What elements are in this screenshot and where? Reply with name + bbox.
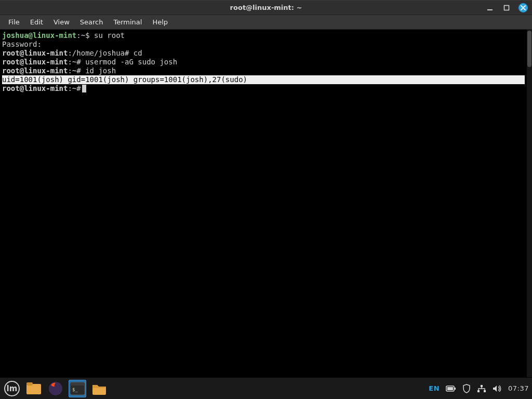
scrollbar-thumb[interactable] (527, 31, 531, 67)
folder-icon (91, 382, 107, 395)
terminal-window: root@linux-mint: ~ File Edit View Search… (0, 0, 532, 377)
scrollbar[interactable] (527, 30, 532, 377)
window-controls (485, 3, 532, 12)
show-files-button[interactable] (25, 380, 43, 397)
menu-terminal[interactable]: Terminal (108, 16, 147, 28)
terminal-line: uid=1001(josh) gid=1001(josh) groups=100… (2, 75, 525, 84)
svg-rect-13 (484, 390, 486, 392)
window-title: root@linux-mint: ~ (0, 4, 532, 11)
menubar: File Edit View Search Terminal Help (0, 15, 532, 30)
terminal-line: joshua@linux-mint:~$ su root (2, 31, 525, 40)
firefox-icon (48, 381, 63, 396)
terminal-output[interactable]: joshua@linux-mint:~$ su rootPassword:roo… (0, 30, 527, 377)
keyboard-layout-indicator[interactable]: EN (429, 384, 440, 392)
menu-edit[interactable]: Edit (25, 16, 48, 28)
svg-rect-10 (447, 387, 453, 390)
close-button[interactable] (518, 3, 528, 12)
maximize-button[interactable] (502, 3, 511, 12)
volume-indicator[interactable] (493, 384, 502, 393)
menu-view[interactable]: View (48, 16, 75, 28)
terminal-line: Password: (2, 40, 525, 49)
files-icon (26, 382, 42, 395)
terminal-line: root@linux-mint:~# id josh (2, 66, 525, 75)
svg-point-4 (49, 382, 62, 395)
taskbar-right: EN 07:37 (429, 384, 529, 393)
terminal-task-button[interactable]: $_ (69, 380, 86, 397)
terminal-line: root@linux-mint:~# usermod -aG sudo josh (2, 58, 525, 66)
svg-rect-0 (487, 9, 493, 10)
terminal-line: root@linux-mint:~# (2, 84, 525, 93)
svg-text:$_: $_ (72, 387, 78, 392)
firefox-button[interactable] (47, 380, 64, 397)
taskbar-left: lm $_ (3, 380, 108, 397)
terminal-area: joshua@linux-mint:~$ su rootPassword:roo… (0, 30, 532, 377)
mint-menu-icon: lm (4, 381, 20, 396)
shield-icon (462, 384, 471, 393)
volume-icon (493, 384, 502, 393)
svg-rect-11 (481, 385, 483, 387)
titlebar[interactable]: root@linux-mint: ~ (0, 1, 532, 15)
battery-indicator[interactable] (446, 385, 456, 392)
menu-search[interactable]: Search (75, 16, 109, 28)
network-icon (477, 384, 486, 393)
terminal-cursor (82, 85, 86, 92)
network-indicator[interactable] (477, 384, 486, 393)
taskbar: lm $_ (0, 377, 532, 399)
menu-help[interactable]: Help (147, 16, 173, 28)
menu-file[interactable]: File (3, 16, 25, 28)
svg-rect-12 (477, 390, 480, 392)
terminal-line: root@linux-mint:/home/joshua# cd (2, 49, 525, 58)
file-manager-button[interactable] (90, 380, 108, 397)
terminal-icon: $_ (70, 382, 85, 395)
mint-menu-button[interactable]: lm (3, 380, 21, 397)
minimize-button[interactable] (485, 3, 495, 12)
security-indicator[interactable] (462, 384, 471, 393)
clock[interactable]: 07:37 (508, 384, 529, 392)
svg-rect-1 (504, 5, 509, 10)
svg-rect-6 (70, 382, 85, 385)
battery-icon (446, 385, 456, 392)
svg-rect-3 (26, 382, 33, 385)
svg-rect-9 (455, 388, 456, 390)
